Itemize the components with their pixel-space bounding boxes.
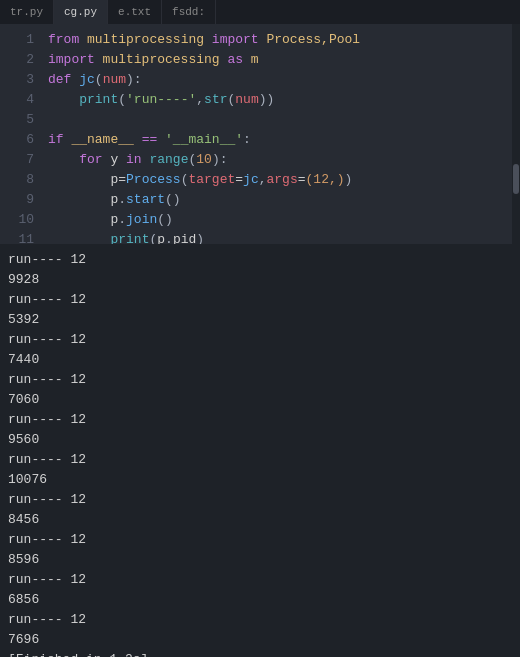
tab-trpy[interactable]: tr.py [0, 0, 54, 24]
terminal-line: 7696 [8, 630, 512, 650]
scroll-indicator[interactable] [512, 24, 520, 244]
terminal-area: run---- 129928run---- 125392run---- 1274… [0, 244, 520, 657]
terminal-line: run---- 12 [8, 250, 512, 270]
terminal-line: 7060 [8, 390, 512, 410]
code-line [48, 110, 504, 130]
terminal-line: run---- 12 [8, 330, 512, 350]
line-number: 5 [0, 110, 34, 130]
line-number: 6 [0, 130, 34, 150]
tab-etxt[interactable]: e.txt [108, 0, 162, 24]
code-line: p.join() [48, 210, 504, 230]
line-number: 9 [0, 190, 34, 210]
terminal-line: 9928 [8, 270, 512, 290]
line-number: 8 [0, 170, 34, 190]
code-line: for y in range(10): [48, 150, 504, 170]
code-line: print(p.pid) [48, 230, 504, 244]
line-number: 3 [0, 70, 34, 90]
editor-area: 1234567891011 from multiprocessing impor… [0, 24, 520, 244]
terminal-line: 10076 [8, 470, 512, 490]
terminal-line: run---- 12 [8, 370, 512, 390]
line-number: 1 [0, 30, 34, 50]
line-numbers: 1234567891011 [0, 24, 40, 244]
terminal-line: 7440 [8, 350, 512, 370]
line-number: 4 [0, 90, 34, 110]
terminal-line: run---- 12 [8, 410, 512, 430]
code-line: import multiprocessing as m [48, 50, 504, 70]
terminal-line: run---- 12 [8, 290, 512, 310]
terminal-line: 8596 [8, 550, 512, 570]
terminal-line: run---- 12 [8, 570, 512, 590]
terminal-line: run---- 12 [8, 450, 512, 470]
terminal-line: run---- 12 [8, 610, 512, 630]
code-line: if __name__ == '__main__': [48, 130, 504, 150]
code-content: from multiprocessing import Process,Pool… [40, 24, 512, 244]
terminal-line: 5392 [8, 310, 512, 330]
terminal-line: 9560 [8, 430, 512, 450]
terminal-line: run---- 12 [8, 490, 512, 510]
terminal-line: 8456 [8, 510, 512, 530]
line-number: 7 [0, 150, 34, 170]
line-number: 10 [0, 210, 34, 230]
terminal-line: [Finished in 1.2s] [8, 650, 512, 657]
code-line: def jc(num): [48, 70, 504, 90]
scroll-thumb [513, 164, 519, 194]
tab-fsdd:[interactable]: fsdd: [162, 0, 216, 24]
code-line: print('run----',str(num)) [48, 90, 504, 110]
tab-bar: tr.pycg.pye.txtfsdd: [0, 0, 520, 24]
code-line: p.start() [48, 190, 504, 210]
code-line: from multiprocessing import Process,Pool [48, 30, 504, 50]
terminal-line: run---- 12 [8, 530, 512, 550]
code-line: p=Process(target=jc,args=(12,)) [48, 170, 504, 190]
line-number: 11 [0, 230, 34, 244]
line-number: 2 [0, 50, 34, 70]
terminal-line: 6856 [8, 590, 512, 610]
tab-cgpy[interactable]: cg.py [54, 0, 108, 24]
